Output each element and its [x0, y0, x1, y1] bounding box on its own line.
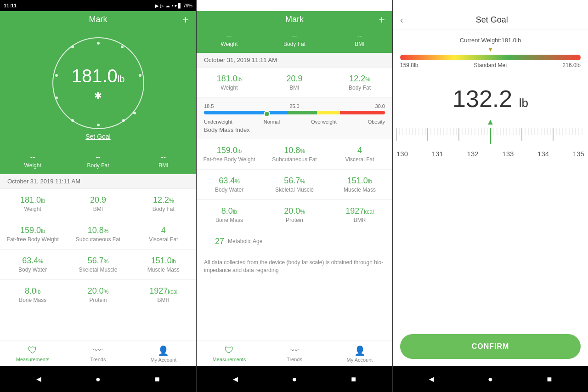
- metric-bmi-label: BMI: [158, 162, 168, 169]
- status-bar-screen3: 11:29 ▶ ▷ ☁ • ▾ ▋ 78%: [392, 0, 588, 11]
- screen2-add-button[interactable]: +: [379, 13, 385, 26]
- data-cell-muscle: 151.0lb Muscle Mass: [131, 250, 196, 280]
- data-cell-bone: 8.0lb Bone Mass: [0, 280, 65, 310]
- screen1-add-button[interactable]: +: [182, 13, 189, 26]
- tab-account-1[interactable]: 👤 My Account: [131, 341, 196, 366]
- bmr-val: 1927kcal: [149, 286, 177, 296]
- status-bar-screen1: 11:11 ▶ ▷ ☁ • ▾ ▋ 79%: [0, 0, 196, 11]
- s2-cell-visceral: 4 Visceral Fat: [327, 139, 392, 170]
- tab-measurements-2[interactable]: 🛡 Measurements: [197, 341, 262, 366]
- s2-bmi-dash: --: [357, 32, 362, 40]
- set-goal-button[interactable]: Set Goal: [85, 133, 110, 140]
- app-icon-1c: ▶: [472, 6, 475, 11]
- screen1-content: October 31, 2019 11:11 AM 181.0lb Weight…: [0, 174, 196, 341]
- back-button[interactable]: ‹: [400, 15, 403, 25]
- metric-weight-dash: --: [30, 153, 35, 161]
- scale-bar: [400, 55, 581, 60]
- android-nav-screen1: ◄ ● ■: [0, 366, 196, 392]
- bmi-labels-top: 18.5 25.0 30.0: [204, 103, 385, 109]
- bmi-normal-segment: [288, 111, 317, 114]
- app-icon-2: ▷: [160, 3, 164, 8]
- bluetooth-icon: ✱: [94, 90, 102, 101]
- s2-metric-bodyfat: -- Body Fat: [262, 32, 327, 47]
- bmi-overweight-segment: [317, 111, 339, 114]
- water-val: 63.4%: [22, 256, 43, 266]
- s2-bodyfat-dash: --: [292, 32, 297, 40]
- app-icon-3c: ☁: [482, 6, 486, 11]
- s2-cell-bodyfat: 12.2% Body Fat: [327, 68, 392, 98]
- skeletal-val: 56.7%: [88, 256, 109, 266]
- confirm-button[interactable]: CONFIRM: [400, 334, 581, 359]
- screen3-header: ‹ Set Goal: [393, 11, 588, 29]
- bone-val: 8.0lb: [25, 286, 40, 296]
- date-header-1: October 31, 2019 11:11 AM: [0, 174, 196, 189]
- tab-measurements-1[interactable]: 🛡 Measurements: [0, 341, 65, 366]
- bmi-title: Body Mass Index: [204, 126, 385, 133]
- weight-value: 181.0lb: [72, 66, 125, 86]
- top-metrics-row: -- Weight -- Body Fat -- BMI: [0, 149, 196, 174]
- app-icon-1b: ▶: [276, 6, 280, 11]
- screen2-top-metrics: -- Weight -- Body Fat -- BMI: [197, 28, 392, 53]
- android-nav-screen2: ◄ ● ■: [196, 366, 392, 392]
- trends-icon-1: 〰: [93, 345, 102, 356]
- bmi-chart: 18.5 25.0 30.0 Underw: [197, 98, 392, 139]
- battery-screen3: 78%: [500, 6, 509, 11]
- back-nav-2[interactable]: ◄: [227, 371, 243, 387]
- scale-right-label: 216.0lb: [563, 62, 581, 68]
- recents-nav-3[interactable]: ■: [541, 371, 558, 387]
- dot-icon-3: •: [488, 6, 490, 11]
- data-cell-skeletal: 56.7% Skeletal Muscle: [65, 250, 130, 280]
- ruler-131: 131: [432, 150, 443, 158]
- home-nav-2[interactable]: ●: [286, 371, 303, 387]
- scale-middle-label: Standard Met: [474, 62, 507, 68]
- scale-arrow: ▼: [400, 45, 581, 53]
- ruler-130: 130: [396, 150, 408, 158]
- metric-bmi-dash: --: [161, 153, 166, 161]
- back-nav-3[interactable]: ◄: [423, 371, 440, 387]
- goal-scale-section: Current Weight:181.0lb ▼ 159.8lb Standar…: [393, 29, 588, 76]
- status-bar-screen2: 11:31 ▶ ▷ ☁ • ▾ ▋ 78%: [196, 0, 392, 11]
- app-tabs-screen2: 🛡 Measurements 〰 Trends 👤 My Account: [197, 341, 392, 366]
- back-nav-1[interactable]: ◄: [31, 371, 47, 387]
- home-nav-3[interactable]: ●: [482, 371, 498, 387]
- bmi-labels-bottom: Underweight Normal Overweight Obesity: [204, 119, 385, 125]
- recents-nav-1[interactable]: ■: [149, 371, 166, 387]
- recents-nav-2[interactable]: ■: [345, 371, 362, 387]
- screen1: Mark + 181.0lb: [0, 11, 196, 366]
- ruler-container[interactable]: ▲: [393, 117, 588, 158]
- s2-cell-bone: 8.0lb Bone Mass: [197, 200, 262, 230]
- s2-weight-label: Weight: [220, 41, 237, 47]
- screen1-title: Mark: [89, 15, 107, 24]
- data-cell-bmr: 1927kcal BMR: [131, 280, 196, 310]
- tab-trends-2[interactable]: 〰 Trends: [262, 341, 327, 366]
- bmi-marker: [264, 111, 270, 117]
- s2-cell-ffbw: 159.0lb Fat-free Body Weight: [197, 139, 262, 170]
- app-icon-3: ☁: [165, 3, 170, 8]
- ruler-ticks: [396, 128, 584, 148]
- ffbw-val: 159.0lb: [20, 226, 45, 235]
- metric-bodyfat-label: Body Fat: [87, 162, 109, 169]
- s2-metric-bmi: -- BMI: [327, 32, 392, 47]
- ruler-arrow: ▲: [396, 117, 584, 127]
- weight-circle: 181.0lb ✱: [52, 37, 144, 129]
- tab-account-2[interactable]: 👤 My Account: [327, 341, 392, 366]
- s2-bodyfat-label: Body Fat: [283, 41, 305, 47]
- visceral-val: 4: [161, 226, 166, 235]
- battery-screen2: 78%: [304, 6, 313, 11]
- s2-cell-bmr: 1927kcal BMR: [327, 200, 392, 230]
- muscle-val: 151.0lb: [151, 256, 176, 266]
- bmi-val: 20.9: [90, 195, 106, 205]
- s2-cell-bmi: 20.9 BMI: [262, 68, 327, 98]
- app-icon-2b: ▷: [281, 6, 285, 11]
- time-screen2: 11:31: [288, 0, 301, 6]
- tab-trends-1[interactable]: 〰 Trends: [65, 341, 130, 366]
- subcut-val: 10.8%: [88, 226, 109, 235]
- home-nav-1[interactable]: ●: [90, 371, 107, 387]
- metric-bodyfat-dash: --: [96, 153, 101, 161]
- bmi-underweight-segment: [204, 111, 288, 114]
- weight-circle-container: 181.0lb ✱ Set Goal: [0, 28, 196, 149]
- data-cell-protein: 20.0% Protein: [65, 280, 130, 310]
- data-cell-subcut: 10.8% Subcutaneous Fat: [65, 219, 130, 250]
- dot-icon-2: •: [292, 6, 294, 11]
- scale-left-label: 159.8lb: [400, 62, 418, 68]
